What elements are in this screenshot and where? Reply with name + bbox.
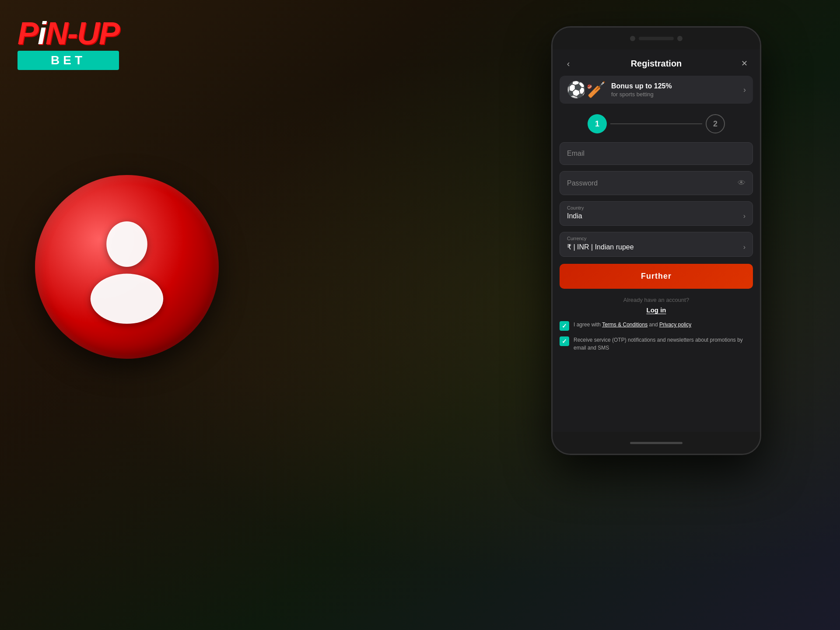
country-value: India <box>567 212 582 220</box>
user-icon-container <box>35 175 219 359</box>
further-button[interactable]: Further <box>560 264 753 289</box>
password-placeholder: Password <box>567 179 598 187</box>
country-chevron-icon: › <box>743 212 746 220</box>
step-2-indicator: 2 <box>706 114 725 133</box>
phone-mockup: ‹ Registration ✕ ⚽🏏 Bonus up to 125% for… <box>551 26 761 455</box>
bonus-icon: ⚽🏏 <box>567 82 606 98</box>
svg-point-1 <box>91 274 163 324</box>
phone-camera-2 <box>677 36 682 41</box>
notifications-label: Receive service (OTP) notifications and … <box>574 336 753 352</box>
currency-value-row: ₹ | INR | Indian rupee › <box>567 243 746 251</box>
phone-camera <box>630 36 635 41</box>
steps-container: 1 2 <box>553 114 760 133</box>
currency-value: ₹ | INR | Indian rupee <box>567 243 634 251</box>
email-field[interactable]: Email <box>560 142 753 165</box>
country-label: Country <box>567 205 746 210</box>
registration-form: Email Password 👁 Country India › Currenc… <box>553 142 760 257</box>
password-field[interactable]: Password 👁 <box>560 171 753 195</box>
login-link[interactable]: Log in <box>560 306 753 314</box>
terms-label: I agree with Terms & Conditions and Priv… <box>574 321 691 329</box>
already-text: Already have an account? <box>623 297 689 303</box>
logo-pin-up: PiN-UP <box>18 18 119 49</box>
logo-bet: BET <box>18 51 119 70</box>
phone-speaker <box>639 37 674 40</box>
bonus-title: Bonus up to 125% <box>611 82 738 90</box>
notifications-checkbox-row: ✓ Receive service (OTP) notifications an… <box>560 336 753 352</box>
email-placeholder: Email <box>567 150 584 157</box>
currency-chevron-icon: › <box>743 243 746 251</box>
already-account-section: Already have an account? Log in <box>553 296 760 314</box>
country-select[interactable]: Country India › <box>560 201 753 226</box>
bonus-chevron-icon: › <box>743 85 746 94</box>
currency-label: Currency <box>567 236 746 241</box>
terms-checkbox-row: ✓ I agree with Terms & Conditions and Pr… <box>560 321 753 331</box>
bonus-banner[interactable]: ⚽🏏 Bonus up to 125% for sports betting › <box>560 76 753 104</box>
currency-select[interactable]: Currency ₹ | INR | Indian rupee › <box>560 232 753 257</box>
user-icon-sphere <box>35 175 219 359</box>
logo-area: PiN-UP BET <box>18 18 119 70</box>
phone-bottom-bar <box>553 432 760 454</box>
step-line <box>610 123 702 124</box>
modal-title: Registration <box>575 59 737 69</box>
modal-header: ‹ Registration ✕ <box>553 49 760 76</box>
back-button[interactable]: ‹ <box>561 56 575 70</box>
country-value-row: India › <box>567 212 746 220</box>
user-silhouette-icon <box>70 210 184 324</box>
step-1-indicator: 1 <box>588 114 607 133</box>
close-button[interactable]: ✕ <box>737 56 751 70</box>
eye-icon[interactable]: 👁 <box>738 178 746 188</box>
bonus-text-container: Bonus up to 125% for sports betting <box>611 82 738 98</box>
phone-screen: ‹ Registration ✕ ⚽🏏 Bonus up to 125% for… <box>553 49 760 432</box>
notifications-checkbox[interactable]: ✓ <box>560 336 569 346</box>
registration-modal: ‹ Registration ✕ ⚽🏏 Bonus up to 125% for… <box>553 49 760 432</box>
privacy-link[interactable]: Privacy policy <box>659 322 691 328</box>
phone-notch <box>553 28 760 49</box>
terms-checkbox[interactable]: ✓ <box>560 321 569 331</box>
bonus-subtitle: for sports betting <box>611 91 738 98</box>
svg-point-0 <box>106 221 147 267</box>
checkboxes-section: ✓ I agree with Terms & Conditions and Pr… <box>553 314 760 352</box>
terms-link[interactable]: Terms & Conditions <box>602 322 648 328</box>
home-indicator <box>630 442 682 444</box>
